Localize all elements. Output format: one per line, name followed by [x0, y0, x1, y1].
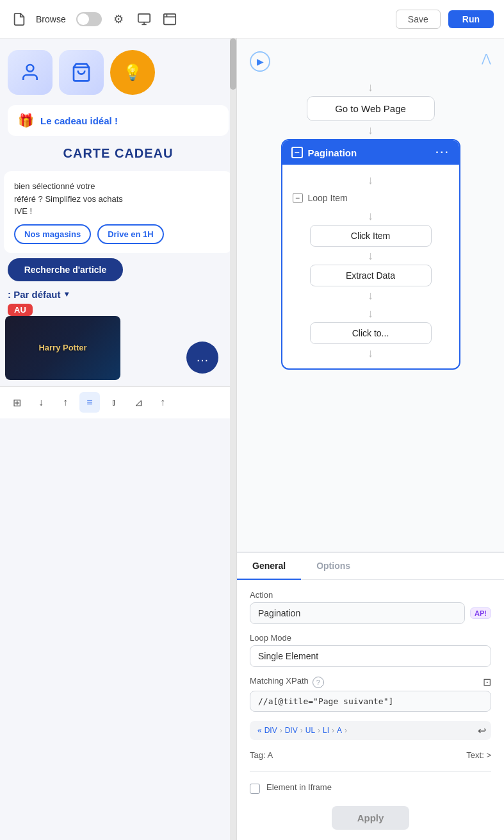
- toolbar: Browse ⚙ Save Run: [0, 0, 504, 38]
- browse-toggle[interactable]: [76, 12, 102, 26]
- promo-text: Le cadeau idéal !: [40, 115, 118, 126]
- product-row: Harry Potter …: [5, 316, 231, 380]
- flow-collapse-button[interactable]: ⋀: [482, 51, 491, 72]
- arrow-5: ↓: [368, 247, 373, 265]
- layout-icon[interactable]: ≡: [79, 392, 100, 413]
- help-icon[interactable]: ?: [313, 677, 324, 688]
- gear-icon[interactable]: ⚙: [110, 10, 127, 28]
- browse-label: Browse: [36, 14, 66, 24]
- promo-message: bien sélectionné votreréféré ? Simplifie…: [4, 171, 232, 253]
- arrow-1: ↓: [368, 78, 373, 96]
- product-image: Harry Potter: [5, 316, 120, 380]
- product-title: Harry Potter: [38, 343, 86, 352]
- iframe-checkbox[interactable]: [250, 784, 260, 794]
- xpath-label-row: Matching XPath ? ⊡: [250, 676, 491, 688]
- sort-label: : Par défaut: [8, 289, 61, 300]
- sort-chevron[interactable]: ▾: [65, 290, 69, 299]
- props-panel: General Options Action AP! Loop Mode: [237, 552, 504, 840]
- iframe-label: Element in Iframe: [266, 782, 332, 792]
- breadcrumb-div2[interactable]: DIV: [285, 726, 298, 735]
- svg-rect-3: [164, 13, 175, 24]
- pagination-group: − Pagination ··· ↓ − Loop Item ↓ Click I…: [281, 139, 460, 370]
- loop-mode-label: Loop Mode: [250, 633, 491, 643]
- tag-row: Tag: A Text: >: [250, 749, 491, 761]
- bottom-toolbar: ⊞ ↓ ↑ ≡ ⫾ ⊿ ↑: [0, 386, 236, 418]
- loop-mode-select[interactable]: Single Element: [250, 645, 491, 667]
- divider: [250, 771, 491, 772]
- svg-rect-0: [138, 13, 150, 22]
- scrollbar[interactable]: [230, 38, 236, 840]
- icon-box-2[interactable]: [59, 50, 104, 95]
- sort-row: : Par défaut ▾: [0, 285, 236, 304]
- top-icons-row: 💡: [0, 45, 236, 100]
- arrow-3: ↓: [368, 171, 373, 189]
- promo-banner: 🎁 Le cadeau idéal !: [8, 105, 229, 136]
- breadcrumb-reset-button[interactable]: ↩: [478, 725, 486, 737]
- download-icon[interactable]: ↓: [31, 392, 51, 413]
- orange-circle-icon[interactable]: 💡: [110, 50, 155, 95]
- arrow-4: ↓: [368, 207, 373, 225]
- props-tabs: General Options: [237, 553, 504, 580]
- iframe-checkbox-row: Element in Iframe: [250, 782, 491, 795]
- breadcrumb-a[interactable]: A: [337, 726, 342, 735]
- save-button[interactable]: Save: [396, 10, 441, 29]
- document-icon: [10, 10, 28, 28]
- flow-play-button[interactable]: ▶: [250, 51, 270, 72]
- pick-icon[interactable]: ⊡: [483, 676, 491, 688]
- run-button[interactable]: Run: [448, 10, 494, 28]
- api-badge: AP!: [470, 607, 491, 619]
- sep-4: ›: [332, 726, 334, 735]
- pagination-header[interactable]: − Pagination ···: [282, 140, 459, 165]
- upload-icon[interactable]: ↑: [55, 392, 76, 413]
- breadcrumb-start: «: [257, 726, 262, 735]
- arrow-7: ↓: [368, 304, 373, 322]
- action-field: Action AP!: [250, 590, 491, 624]
- xpath-input[interactable]: [250, 691, 491, 712]
- breadcrumb-li[interactable]: LI: [323, 726, 329, 735]
- goto-webpage-node[interactable]: Go to Web Page: [307, 96, 435, 121]
- tag-text: Text: >: [466, 750, 491, 760]
- gift-icon: 🎁: [18, 113, 34, 128]
- browser-panel: 💡 🎁 Le cadeau idéal ! CARTE CADEAU bien …: [0, 38, 237, 840]
- pagination-body: ↓ − Loop Item ↓ Click Item ↓ Extract Dat…: [282, 165, 459, 368]
- icon-box-1[interactable]: [8, 50, 53, 95]
- props-body: Action AP! Loop Mode Single Element: [237, 580, 504, 840]
- browser-icon[interactable]: [161, 10, 179, 28]
- loop-mode-field: Loop Mode Single Element: [250, 633, 491, 667]
- magasins-button[interactable]: Nos magasins: [14, 224, 91, 244]
- loop-mode-select-row: Single Element: [250, 645, 491, 667]
- badge-au: AU: [0, 304, 236, 316]
- breadcrumb-div1[interactable]: DIV: [264, 726, 277, 735]
- apply-button[interactable]: Apply: [332, 806, 410, 830]
- sort-up-icon[interactable]: ↑: [152, 392, 173, 413]
- arrow-6: ↓: [368, 286, 373, 304]
- chat-bubble-icon[interactable]: …: [186, 342, 218, 374]
- xpath-field: Matching XPath ? ⊡: [250, 676, 491, 712]
- flow-canvas: ▶ ⋀ ↓ Go to Web Page ↓ − Pagination ··· …: [237, 38, 504, 552]
- pagination-minus-button[interactable]: −: [291, 147, 303, 158]
- scroll-thumb[interactable]: [230, 38, 236, 90]
- card-cadeau-label: CARTE CADEAU: [0, 141, 236, 166]
- new-tab-icon[interactable]: ⊞: [6, 392, 27, 413]
- extract-data-node[interactable]: Extract Data: [310, 265, 432, 286]
- filter-icon[interactable]: ⊿: [128, 392, 149, 413]
- promo-msg-text: bien sélectionné votreréféré ? Simplifie…: [14, 181, 123, 216]
- drive-button[interactable]: Drive en 1H: [97, 224, 164, 244]
- flow-controls: ▶ ⋀: [250, 51, 491, 72]
- browser-content: 💡 🎁 Le cadeau idéal ! CARTE CADEAU bien …: [0, 38, 236, 386]
- tab-options[interactable]: Options: [301, 553, 366, 580]
- breadcrumb-ul[interactable]: UL: [305, 726, 315, 735]
- pagination-menu-button[interactable]: ···: [435, 147, 450, 158]
- search-article-button[interactable]: Recherche d'article: [8, 258, 123, 281]
- click-to-node[interactable]: Click to...: [310, 322, 432, 344]
- loop-minus-button[interactable]: −: [293, 193, 303, 203]
- click-item-node[interactable]: Click Item: [310, 225, 432, 247]
- svg-point-6: [27, 65, 34, 72]
- monitor-icon[interactable]: [135, 10, 153, 28]
- columns-icon[interactable]: ⫾: [104, 392, 124, 413]
- action-input[interactable]: [250, 602, 465, 624]
- sep-2: ›: [300, 726, 303, 735]
- loop-item-label: Loop Item: [308, 193, 348, 203]
- xpath-label: Matching XPath: [250, 676, 309, 686]
- tab-general[interactable]: General: [237, 553, 301, 580]
